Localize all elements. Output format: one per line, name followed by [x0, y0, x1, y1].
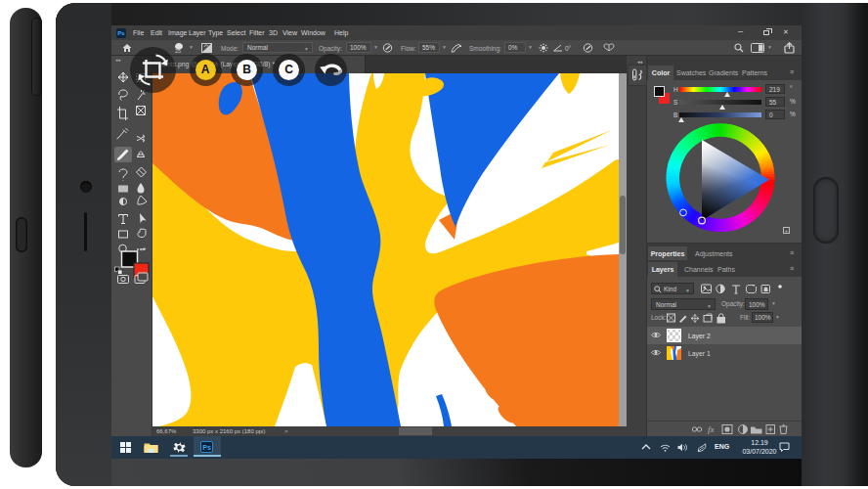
svg-text:fx: fx — [708, 424, 715, 434]
